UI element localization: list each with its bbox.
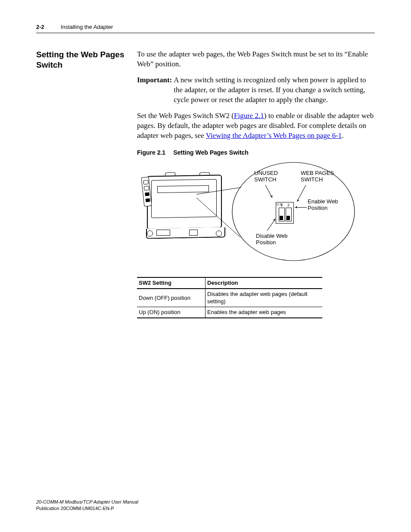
figure-title: Setting Web Pages Switch [173,149,249,156]
table-row: Up (ON) position Enables the adapter web… [137,307,322,318]
table-header-row: SW2 Setting Description [137,277,322,289]
figure-illustration: UNUSED SWITCH WEB PAGES SWITCH Enable We… [137,162,357,266]
label-enable-position: Enable Web Position [308,199,338,212]
table-cell: Enables the adapter web pages [206,307,323,318]
zoom-leader-lines-icon [193,187,245,238]
important-text: A new switch setting is recognized only … [174,75,375,105]
link-viewing-web-pages[interactable]: Viewing the Adapter’s Web Pages on page … [206,131,342,140]
label-disable-position: Disable Web Position [256,233,287,246]
figure-caption: Figure 2.1Setting Web Pages Switch [137,149,375,157]
figure-number: Figure 2.1 [137,149,165,156]
important-note: Important: A new switch setting is recog… [137,75,375,105]
page-footer: 20-COMM-M Modbus/TCP Adapter User Manual… [36,499,138,511]
chapter-title: Installing the Adapter [61,24,113,30]
zoom-callout: UNUSED SWITCH WEB PAGES SWITCH Enable We… [231,161,356,262]
dip-switch-icon: O N 1 2 [276,202,294,224]
sw2-setting-table: SW2 Setting Description Down (OFF) posit… [137,277,322,318]
table-header: SW2 Setting [137,277,206,289]
link-figure-2-1[interactable]: Figure 2.1 [234,112,264,120]
table-cell: Down (OFF) position [137,289,206,307]
publication-id: Publication 20COMM-UM014C-EN-P [36,505,138,511]
intro-paragraph: To use the adapter web pages, the Web Pa… [137,50,375,69]
arrow-icon [295,207,307,208]
table-cell: Up (ON) position [137,307,206,318]
manual-title: 20-COMM-M Modbus/TCP Adapter User Manual [36,499,138,505]
svg-line-1 [196,187,241,194]
body-paragraph: Set the Web Pages Switch SW2 (Figure 2.1… [137,111,375,141]
body-text: Set the Web Pages Switch SW2 ( [137,112,234,120]
section-heading: Setting the Web Pages Switch [36,50,133,70]
page-number: 2-2 [36,24,44,30]
running-header: 2-2 Installing the Adapter [36,24,375,33]
svg-line-2 [196,198,240,237]
table-header: Description [206,277,323,289]
body-text: . [342,131,343,140]
label-web-pages-switch: WEB PAGES SWITCH [301,170,334,183]
important-label: Important: [137,75,174,105]
label-unused-switch: UNUSED SWITCH [254,170,278,183]
table-cell: Disables the adapter web pages (default … [206,289,323,307]
table-row: Down (OFF) position Disables the adapter… [137,289,322,307]
